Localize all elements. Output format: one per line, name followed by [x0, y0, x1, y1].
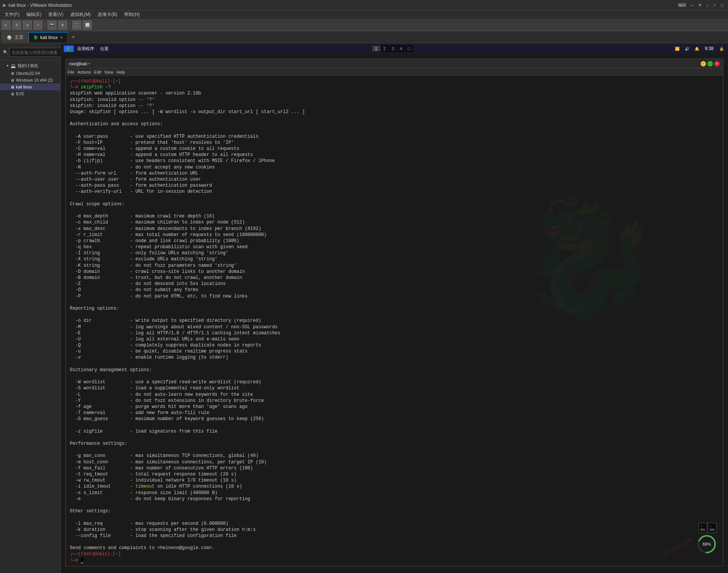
terminal-menu-edit[interactable]: Edit	[94, 70, 101, 74]
output-N: -N - do not accept any new cookies	[70, 164, 719, 170]
vmware-title: kali linux - VMware Workstation	[8, 3, 72, 8]
tab-kali[interactable]: 🐉 kali linux ✕	[28, 32, 68, 43]
snapshot-button[interactable]: 📷	[47, 20, 57, 30]
lock-icon[interactable]: 🔒	[718, 45, 725, 52]
tab-home[interactable]: 🏠 主页	[2, 32, 28, 43]
menu-file[interactable]: 文件(F)	[2, 11, 22, 19]
output-L: -L - do not auto-learn new keywords for …	[70, 392, 719, 398]
terminal-maximize-button[interactable]: □	[708, 61, 713, 66]
sidebar-item-eve[interactable]: 🖥 EVE	[0, 90, 60, 97]
tab-bar: 🏠 主页 🐉 kali linux ✕ +	[0, 31, 728, 43]
output-Z: -Z - do not descend into 5xx locations	[70, 281, 719, 287]
home-icon: 🏠	[6, 35, 12, 40]
search-icon: 🔍	[3, 50, 8, 55]
output-auth-header: Authentication and access options:	[70, 121, 719, 127]
tab-close-button[interactable]: ✕	[60, 35, 63, 39]
sidebar: 🔍 ▼ 💻 我的计算机 🖥 Ubuntu22.04 🖥 Windows 10 x…	[0, 43, 61, 573]
new-tab-button[interactable]: +	[69, 33, 77, 41]
output-auth-user: --auth-user user - form authentication u…	[70, 176, 719, 183]
terminal-content[interactable]: ┌──(root㉿kali)-[~] └─# skipfish -? skipf…	[66, 76, 723, 566]
menu-help[interactable]: 帮助(H)	[121, 11, 143, 19]
cursor-block: █	[81, 558, 84, 563]
output-blank-10	[70, 434, 719, 441]
output-P: -P - do not parse HTML, etc, to find new…	[70, 293, 719, 299]
workspace-tab-2[interactable]: 2	[380, 46, 389, 52]
output-H: -H name=val - append a custom HTTP heade…	[70, 152, 719, 158]
output-t-req: -t req_tmout - total request response ti…	[70, 471, 719, 477]
output-comments: Send comments and complaints to <heinenn…	[70, 545, 719, 551]
pause-button[interactable]: ⏸	[12, 20, 21, 30]
terminal-menu-help[interactable]: Help	[116, 70, 125, 74]
unity-button[interactable]: 🪟	[83, 20, 92, 30]
workspace-tab-4[interactable]: 4	[397, 46, 405, 52]
terminal-window[interactable]: root@kali:~ ─ □ ✕ File Actions Edit View	[65, 58, 723, 567]
output-F: -F host=IP - pretend that 'host' resolve…	[70, 140, 719, 146]
volume-icon[interactable]: 🔊	[684, 45, 690, 52]
stop-button[interactable]: ■	[33, 20, 43, 30]
kali-sidebar-label: kali linux	[16, 85, 32, 89]
restart-button[interactable]: ↺	[23, 20, 32, 30]
sidebar-item-windows[interactable]: 🖥 Windows 10 x64 (2)	[0, 77, 60, 83]
kali-app-activities[interactable]: 🐉	[64, 46, 74, 52]
output-M: -M - log warnings about mixed content / …	[70, 324, 719, 330]
sidebar-item-ubuntu[interactable]: 🖥 Ubuntu22.04	[0, 70, 60, 77]
menu-tabs[interactable]: 选项卡(B)	[95, 11, 120, 19]
kali-menu-apps[interactable]: 应用程序	[75, 45, 96, 52]
output-C: -C name=val - append a custom cookie to …	[70, 146, 719, 152]
power-button[interactable]: ▶	[2, 20, 11, 30]
output-line-3: skipfish: invalid option -- '?'	[70, 103, 719, 109]
clock[interactable]: 9:38	[703, 45, 715, 52]
tab-home-label: 主页	[14, 34, 24, 41]
kali-menu-places[interactable]: 位置	[98, 45, 111, 52]
menu-view[interactable]: 查看(V)	[45, 11, 66, 19]
close-button[interactable]: ✕	[711, 3, 718, 8]
notification-icon[interactable]: 🔔	[693, 45, 700, 52]
output-crawl-header: Crawl scope options:	[70, 201, 719, 207]
output-blank-5	[70, 299, 719, 305]
terminal-menu-actions[interactable]: Actions	[77, 70, 91, 74]
kali-icon: 🐉	[33, 35, 38, 39]
maximize-button[interactable]: □	[719, 3, 725, 8]
vm-screen[interactable]: 🐉 应用程序 位置 1 2 3 4 □ 📶	[61, 43, 728, 573]
fullscreen-button[interactable]: ⛶	[72, 20, 81, 30]
output-auth-pass: --auth-pass pass - form authentication p…	[70, 183, 719, 189]
output-p: -p crawl% - node and link crawl probabil…	[70, 238, 719, 244]
terminal-minimize-button[interactable]: ─	[701, 61, 706, 66]
restore-button[interactable]: ✕	[697, 3, 703, 8]
vmware-titlebar: ▶ kali linux - VMware Workstation 编辑 ─ ✕…	[0, 0, 728, 11]
menu-vm[interactable]: 虚拟机(M)	[67, 11, 94, 19]
menu-edit[interactable]: 编辑(E)	[23, 11, 44, 19]
minimize-button[interactable]: ─	[689, 3, 695, 8]
output-config: --config file - load the specified confi…	[70, 533, 719, 539]
output-reporting-header: Reporting options:	[70, 305, 719, 312]
output-s: -s s_limit - response size limit (400000…	[70, 490, 719, 496]
output-D: -D domain - crawl cross-site links to an…	[70, 269, 719, 275]
terminal-close-button[interactable]: ✕	[714, 61, 720, 66]
main-area: 🔍 ▼ 💻 我的计算机 🖥 Ubuntu22.04 🖥 Windows 10 x…	[0, 43, 728, 573]
settings-button[interactable]: ⚙	[58, 20, 67, 30]
sidebar-item-kali[interactable]: 🖥 kali linux	[0, 83, 60, 90]
workspace-tab-new[interactable]: □	[405, 46, 413, 52]
output-I: -I string - only follow URLs matching 's…	[70, 250, 719, 256]
workspace-tab-3[interactable]: 3	[389, 46, 397, 52]
kali-topbar-right: 📶 🔊 🔔 9:38 🔒	[674, 45, 725, 52]
search-input[interactable]	[9, 48, 62, 57]
terminal-menu-file[interactable]: File	[68, 70, 74, 74]
my-computer-label: 我的计算机	[17, 63, 38, 69]
upload-icon[interactable]: ↑	[705, 3, 710, 8]
kali-topbar: 🐉 应用程序 位置 1 2 3 4 □ 📶	[61, 43, 728, 54]
output-g: -g max_conn - max simultaneous TCP conne…	[70, 453, 719, 459]
terminal-titlebar: root@kali:~ ─ □ ✕	[66, 59, 723, 68]
terminal-menu-view[interactable]: View	[104, 70, 113, 74]
sidebar-item-mycomputer[interactable]: ▼ 💻 我的计算机	[0, 62, 60, 70]
output-blank-13	[70, 514, 719, 520]
output-blank-1	[70, 115, 719, 121]
network-icon[interactable]: 📶	[674, 45, 681, 52]
output-auth-verify: --auth-verify-url - URL for in-session d…	[70, 189, 719, 195]
separator-1	[45, 21, 45, 29]
ubuntu-label: Ubuntu22.04	[16, 71, 40, 76]
output-blank-2	[70, 128, 719, 134]
workspace-tab-1[interactable]: 1	[372, 46, 380, 52]
output-perf-header: Performance settings:	[70, 441, 719, 447]
output-line-4: Usage: skipfish [ options ... ] -W wordl…	[70, 109, 719, 115]
